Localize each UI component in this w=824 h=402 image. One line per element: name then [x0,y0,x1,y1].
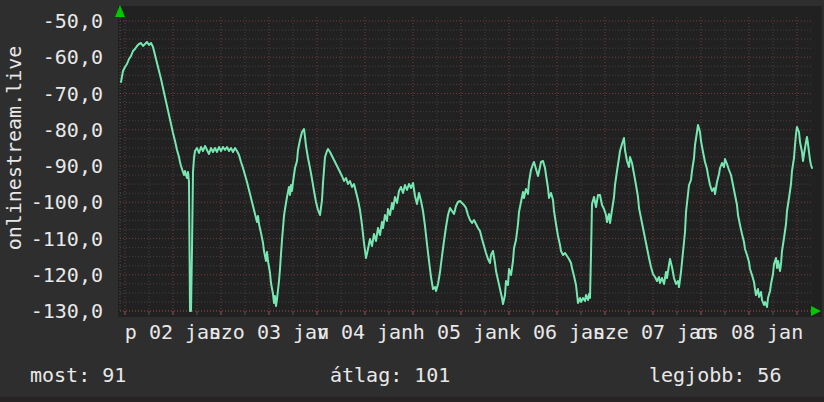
y-axis-label: -100,0 [0,192,103,212]
x-axis-label: szo 03 jan [209,321,329,343]
stat-most: most: 91 [30,363,126,387]
y-axis-label: -70,0 [0,84,103,104]
x-axis-label: cs 08 jan [695,321,803,343]
watermark-text: onlinestream.live [2,46,26,251]
y-axis-arrow-icon [115,5,125,17]
latency-chart-canvas: onlinestream.live -50,0-60,0-70,0-80,0-9… [0,0,824,402]
footer-strip [0,397,824,402]
stat-atlag: átlag: 101 [330,363,450,387]
y-axis-label: -50,0 [0,11,103,31]
x-axis-label: p 02 jan [125,321,221,343]
y-axis-label: -110,0 [0,229,103,249]
y-axis-label: -120,0 [0,265,103,285]
x-axis-label: h 05 jan [413,321,509,343]
y-axis-label: -80,0 [0,120,103,140]
x-axis-label: v 04 jan [317,321,413,343]
x-axis-arrow-icon [811,306,821,316]
y-axis-label: -90,0 [0,156,103,176]
latency-line [121,42,812,311]
stat-legjobb: legjobb: 56 [649,363,781,387]
x-axis-label: k 06 jan [509,321,605,343]
y-axis-label: -130,0 [0,301,103,321]
y-axis-label: -60,0 [0,47,103,67]
